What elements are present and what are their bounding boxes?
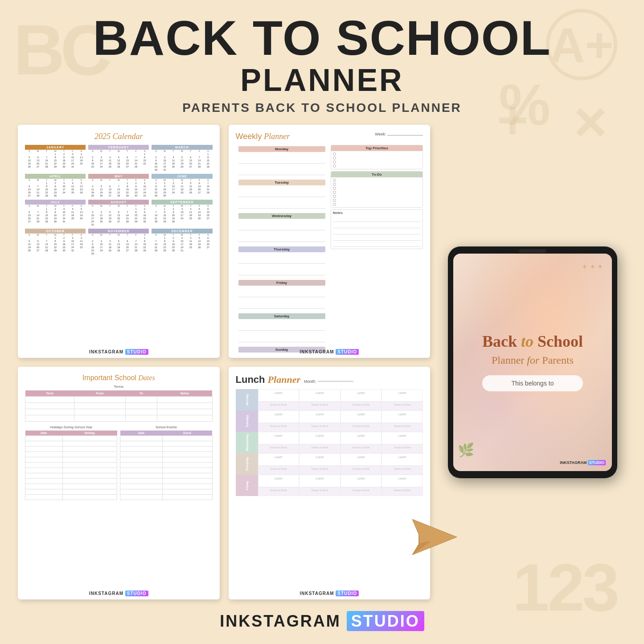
table-row [25,415,213,421]
thursday-snack-row: Snack & Drink Snack & Drink Snack & Drin… [258,466,423,475]
tablet-stars: ✦ ✦ ✦ [582,263,603,271]
table-row [25,446,117,451]
lunch-cell: Lunch [381,410,423,423]
snack-cell: Snack & Drink [299,466,340,475]
tablet-device: ✦ ✦ ✦ Back to School Planner for Parents… [439,125,626,599]
lunch-cell: Lunch [299,453,340,466]
tuesday-lunch-row: Lunch Lunch Lunch Lunch [258,410,423,423]
holidays-section: Holidays During School Year DateHoliday [25,425,117,500]
calendar-title: 2025 Calendar [25,132,213,141]
snack-cell: Snack & Drink [299,444,340,453]
table-row [25,441,117,446]
todo-item [333,178,421,182]
snack-cell: Snack & Drink [258,466,299,475]
lunch-cell: Lunch [258,410,299,423]
priority-item [333,156,421,160]
day-thursday: Thursday [236,245,328,277]
cal-november: NOVEMBER SMTWTFS 1 2345678 9101112131415… [88,229,149,255]
tablet-outer: ✦ ✦ ✦ Back to School Planner for Parents… [448,246,617,478]
lunch-cell: Lunch [258,453,299,466]
cal-october: OCTOBER SMTWTFS 1234 567891011 121314151… [25,229,86,255]
friday-label: Friday [236,475,258,496]
priority-item [333,160,421,164]
monday-lunch-row: Lunch Lunch Lunch Lunch [258,389,423,402]
weekly-sidebar: Top Priorities To-Do [331,145,423,358]
table-row [25,473,117,478]
todo-item [333,182,421,186]
events-label: School Events [120,425,212,429]
table-row [25,435,117,441]
lunch-brand: INKSTAGRAM STUDIO [229,591,431,596]
dates-brand: INKSTAGRAM STUDIO [18,591,220,596]
snack-cell: Snack & Drink [258,444,299,453]
priority-item [333,152,421,156]
snack-cell: Snack & Drink [381,423,423,432]
cal-february: FEBRUARY SMTWTFS 1 2345678 9101112131415… [88,145,149,171]
lunch-title: Lunch Planner [236,374,300,386]
friday-lunch-row: Lunch Lunch Lunch Lunch [258,475,423,487]
main-title: BACK TO SCHOOL [0,13,644,62]
snack-cell: Snack & Drink [340,487,382,496]
table-row [25,462,117,468]
cal-january: JANUARY SMTWTFS 1234 567891011 121314151… [25,145,86,171]
lunch-cell: Lunch [299,475,340,487]
weekly-title: Weekly Planner [236,132,290,141]
table-row [120,435,212,441]
content-area: 2025 Calendar JANUARY SMTWTFS 1234 56789… [18,125,626,599]
bottom-brand-highlight: STUDIO [347,611,424,631]
friday-snack-row: Snack & Drink Snack & Drink Snack & Drin… [258,487,423,496]
notes-box: Notes [331,209,423,249]
table-row [25,484,117,489]
lunch-cell: Lunch [258,389,299,402]
table-row [120,446,212,451]
tablet-back-to-school: Back to School [482,333,583,351]
lunch-cell: Lunch [340,389,382,402]
lunch-grid: Monday Lunch Lunch Lunch Lunch Snack & D… [236,389,423,496]
snack-cell: Snack & Drink [340,466,382,475]
snack-cell: Snack & Drink [299,423,340,432]
table-row [120,473,212,478]
table-row [120,489,212,494]
table-row [25,451,117,457]
snack-cell: Snack & Drink [258,487,299,496]
tuesday-snack-row: Snack & Drink Snack & Drink Snack & Drin… [258,423,423,432]
holidays-label: Holidays During School Year [25,425,117,429]
snack-cell: Snack & Drink [381,466,423,475]
cal-august: AUGUST SMTWTFS 12 3456789 10111213141516… [88,200,149,226]
table-row [25,396,213,402]
lunch-thursday-row: Thursday Lunch Lunch Lunch Lunch Snack &… [236,453,423,475]
snack-cell: Snack & Drink [340,423,382,432]
tagline: PARENTS BACK TO SCHOOL PLANNER [0,101,644,115]
monday-label: Monday [236,389,258,410]
terms-table: TermFromToNotes [25,390,213,422]
subtitle: PLANNER [0,62,644,98]
table-row [25,402,213,409]
lunch-cell: Lunch [299,410,340,423]
thursday-lunch-row: Lunch Lunch Lunch Lunch [258,453,423,466]
table-row [25,494,117,500]
tuesday-label: Tuesday [236,410,258,432]
tablet-camera [519,249,546,253]
lunch-monday-row: Monday Lunch Lunch Lunch Lunch Snack & D… [236,389,423,410]
calendar-grid: JANUARY SMTWTFS 1234 567891011 121314151… [25,145,213,255]
table-row [120,478,212,484]
tablet-flowers: 🌿 [458,442,474,458]
cal-june: JUNE SMTWTFS 1234567 891011121314 151617… [152,174,212,197]
todo-box: To-Do [331,171,423,208]
month-label: Month: [304,379,354,384]
lunch-cell: Lunch [340,432,382,444]
thursday-label: Thursday [236,453,258,475]
events-table: DateEvent [120,431,212,500]
tablet-belongs-box: This belongs to [482,375,583,391]
wednesday-snack-row: Snack & Drink Snack & Drink Snack & Drin… [258,444,423,453]
cal-july: JULY SMTWTFS 12345 6789101112 1314151617… [25,200,86,226]
snack-cell: Snack & Drink [299,487,340,496]
cal-april: APRIL SMTWTFS 12345 6789101112 131415161… [25,174,86,197]
lunch-cell: Lunch [340,453,382,466]
snack-cell: Snack & Drink [258,402,299,410]
priority-item [333,164,421,168]
lunch-cell: Lunch [381,389,423,402]
day-wednesday: Wednesday [236,212,328,243]
todo-item [333,194,421,198]
weekly-header: Weekly Planner Week: [236,132,423,141]
